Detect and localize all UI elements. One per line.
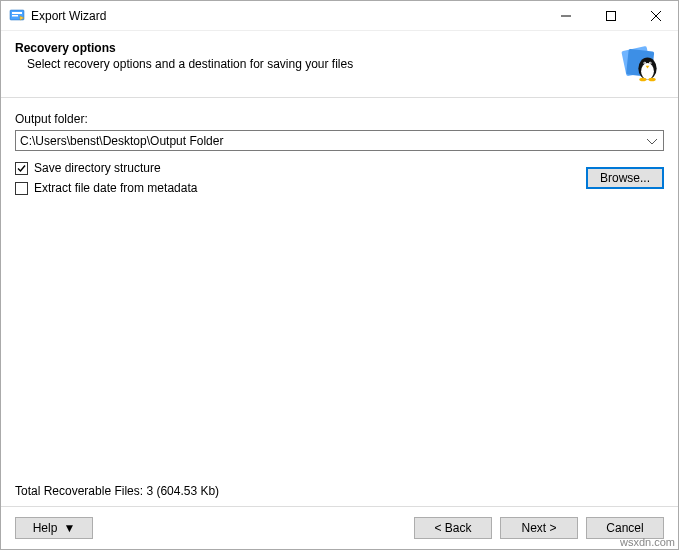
export-wizard-window: Export Wizard Recovery options Select re… [0,0,679,550]
close-button[interactable] [633,1,678,31]
output-folder-value: C:\Users\benst\Desktop\Output Folder [20,134,645,148]
extract-file-date-checkbox[interactable]: Extract file date from metadata [15,181,586,195]
svg-rect-2 [12,15,18,17]
browse-button[interactable]: Browse... [586,167,664,189]
svg-point-13 [644,62,645,63]
save-directory-structure-checkbox[interactable]: Save directory structure [15,161,586,175]
help-button[interactable]: Help ▼ [15,517,93,539]
window-title: Export Wizard [31,9,543,23]
minimize-button[interactable] [543,1,588,31]
svg-point-10 [641,63,654,80]
next-button[interactable]: Next > [500,517,578,539]
footer-bar: Help ▼ < Back Next > Cancel [1,506,678,549]
svg-rect-4 [606,11,615,20]
titlebar: Export Wizard [1,1,678,31]
checkbox-box-checked [15,162,28,175]
chevron-down-icon [645,134,659,148]
extract-file-date-label: Extract file date from metadata [34,181,197,195]
help-label: Help [33,521,58,535]
svg-point-16 [648,78,655,82]
wizard-header: Recovery options Select recovery options… [1,31,678,98]
svg-rect-1 [12,12,22,14]
checkbox-box-unchecked [15,182,28,195]
save-directory-structure-label: Save directory structure [34,161,161,175]
header-title: Recovery options [15,41,610,55]
app-icon [9,8,25,24]
svg-point-15 [639,78,646,82]
output-folder-combo[interactable]: C:\Users\benst\Desktop\Output Folder [15,130,664,151]
watermark: wsxdn.com [620,536,675,548]
header-subtitle: Select recovery options and a destinatio… [15,57,610,71]
penguin-icon [620,41,664,85]
svg-point-14 [650,62,651,63]
status-text: Total Recoverable Files: 3 (604.53 Kb) [15,484,219,498]
back-button[interactable]: < Back [414,517,492,539]
content-area: Output folder: C:\Users\benst\Desktop\Ou… [1,98,678,506]
dropdown-triangle-icon: ▼ [63,521,75,535]
maximize-button[interactable] [588,1,633,31]
output-folder-label: Output folder: [15,112,664,126]
